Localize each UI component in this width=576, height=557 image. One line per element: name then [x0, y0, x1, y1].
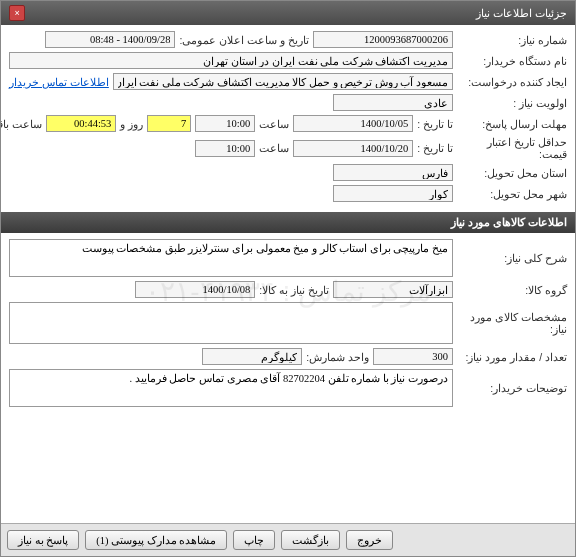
- until-label-2: تا تاریخ :: [417, 142, 453, 154]
- print-button[interactable]: چاپ: [233, 530, 275, 550]
- valid-time-field[interactable]: [195, 140, 255, 157]
- group-label: گروه کالا:: [457, 284, 567, 296]
- scroll-area[interactable]: شماره نیاز: تاریخ و ساعت اعلان عمومی: نا…: [1, 25, 575, 523]
- spec-label: مشخصات کالای مورد نیاز:: [457, 311, 567, 335]
- announce-label: تاریخ و ساعت اعلان عمومی:: [179, 34, 309, 46]
- until-label-1: تا تاریخ :: [417, 118, 453, 130]
- qty-field[interactable]: [373, 348, 453, 365]
- city-field[interactable]: [333, 185, 453, 202]
- back-button[interactable]: بازگشت: [281, 530, 340, 550]
- buyer-field[interactable]: [9, 52, 453, 69]
- exit-button[interactable]: خروج: [346, 530, 393, 550]
- window-title: جزئیات اطلاعات نیاز: [476, 7, 567, 20]
- gen-desc-field[interactable]: [9, 239, 453, 277]
- need-date-label: تاریخ نیاز به کالا:: [259, 284, 329, 296]
- close-icon[interactable]: ×: [9, 5, 25, 21]
- need-no-field[interactable]: [313, 31, 453, 48]
- priority-field[interactable]: [333, 94, 453, 111]
- gen-desc-label: شرح کلی نیاز:: [457, 252, 567, 264]
- valid-date-field[interactable]: [293, 140, 413, 157]
- resp-time-field[interactable]: [195, 115, 255, 132]
- reply-button[interactable]: پاسخ به نیاز: [7, 530, 79, 550]
- contact-link[interactable]: اطلاعات تماس خریدار: [9, 76, 109, 88]
- time-left-field[interactable]: [46, 115, 116, 132]
- prov-field[interactable]: [333, 164, 453, 181]
- unit-label: واحد شمارش:: [306, 351, 369, 363]
- hour-label-1: ساعت: [259, 118, 289, 130]
- header-form: شماره نیاز: تاریخ و ساعت اعلان عمومی: نا…: [1, 25, 575, 212]
- requester-label: ایجاد کننده درخواست:: [457, 76, 567, 88]
- qty-label: تعداد / مقدار مورد نیاز:: [457, 351, 567, 363]
- prov-label: استان محل تحویل:: [457, 167, 567, 179]
- hour-label-2: ساعت: [259, 142, 289, 154]
- min-valid-label: حداقل تاریخ اعتبار قیمت:: [457, 136, 567, 160]
- announce-field[interactable]: [45, 31, 175, 48]
- need-date-field[interactable]: [135, 281, 255, 298]
- group-field[interactable]: [333, 281, 453, 298]
- goods-section-header: اطلاعات کالاهای مورد نیاز: [1, 212, 575, 233]
- buyer-label: نام دستگاه خریدار:: [457, 55, 567, 67]
- buyer-notes-label: توضیحات خریدار:: [457, 382, 567, 394]
- main-window: جزئیات اطلاعات نیاز × مرکز تماس : ۴۱۹۳۴-…: [0, 0, 576, 557]
- city-label: شهر محل تحویل:: [457, 188, 567, 200]
- days-left-field[interactable]: [147, 115, 191, 132]
- attachments-button[interactable]: مشاهده مدارک پیوستی (1): [85, 530, 227, 550]
- requester-field[interactable]: [113, 73, 453, 90]
- need-no-label: شماره نیاز:: [457, 34, 567, 46]
- content: مرکز تماس : ۴۱۹۳۴-۰۲۱ شماره نیاز: تاریخ …: [1, 25, 575, 556]
- resp-date-field[interactable]: [293, 115, 413, 132]
- button-bar: پاسخ به نیاز مشاهده مدارک پیوستی (1) چاپ…: [1, 523, 575, 556]
- goods-form: شرح کلی نیاز: گروه کالا: تاریخ نیاز به ک…: [1, 233, 575, 417]
- titlebar: جزئیات اطلاعات نیاز ×: [1, 1, 575, 25]
- unit-field[interactable]: [202, 348, 302, 365]
- days-and-label: روز و: [120, 118, 143, 130]
- remain-label: ساعت باقی مانده: [1, 118, 42, 130]
- deadline-label: مهلت ارسال پاسخ:: [457, 118, 567, 130]
- priority-label: اولویت نیاز :: [457, 97, 567, 109]
- buyer-notes-field[interactable]: [9, 369, 453, 407]
- spec-field[interactable]: [9, 302, 453, 344]
